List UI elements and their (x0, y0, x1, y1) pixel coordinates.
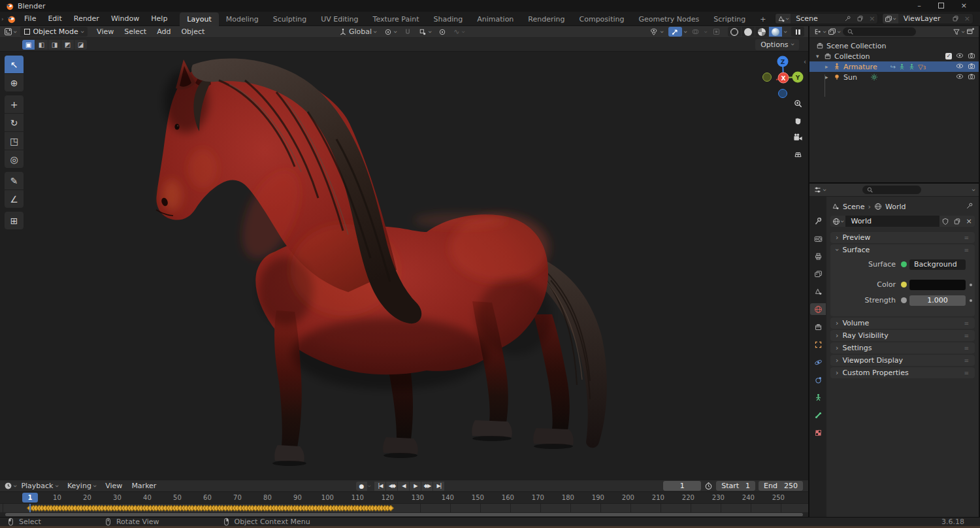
viewport-menu-select[interactable]: Select (119, 27, 152, 36)
pivot-point-selector[interactable]: › (382, 27, 399, 37)
start-frame-field[interactable]: Start 1 (716, 481, 755, 491)
unlink-world-button[interactable]: × (963, 216, 975, 227)
workspace-tab-texture-paint[interactable]: Texture Paint (366, 12, 427, 26)
shading-material-button[interactable] (755, 27, 768, 37)
scene-name[interactable]: Scene (791, 14, 841, 23)
sun-disclosure[interactable]: ▸ (825, 74, 830, 80)
sun-hide-eye-icon[interactable] (956, 73, 964, 82)
properties-tab-data[interactable] (810, 391, 826, 403)
shading-dropdown[interactable]: › (782, 30, 789, 33)
strength-slider[interactable]: 1.000 (909, 295, 966, 306)
collection-hide-eye-icon[interactable] (956, 52, 964, 61)
record-dropdown[interactable]: › (366, 484, 372, 487)
overlays-toggle[interactable] (689, 27, 702, 37)
properties-tab-tool[interactable] (810, 215, 826, 227)
viewlayer-name[interactable]: ViewLayer (898, 14, 949, 23)
playhead-line[interactable] (29, 504, 31, 512)
gizmo-x-axis[interactable]: X (778, 73, 789, 84)
panel-drag-dots[interactable]: ≡ (964, 247, 970, 254)
menu-file[interactable]: File (18, 12, 42, 25)
workspace-tab-geometry-nodes[interactable]: Geometry Nodes (631, 12, 706, 26)
panel-custom-properties[interactable]: ›Custom Properties≡ (830, 367, 975, 378)
xray-toggle[interactable] (710, 27, 723, 37)
tool-move[interactable]: + (5, 95, 24, 113)
timeline-editor-type[interactable]: › (4, 482, 16, 490)
viewport-menu-add[interactable]: Add (152, 27, 176, 36)
select-mode-invert[interactable]: ◩ (61, 40, 74, 50)
show-object-types-selector[interactable]: › (647, 27, 666, 37)
animate-decorator[interactable] (970, 284, 972, 286)
panel-drag-dots[interactable]: ≡ (964, 357, 970, 364)
new-scene-icon[interactable] (854, 15, 866, 22)
end-frame-field[interactable]: End 250 (759, 481, 803, 491)
new-world-button[interactable] (951, 216, 963, 227)
select-mode-set[interactable]: ▣ (22, 40, 35, 50)
menu-render[interactable]: Render (68, 12, 105, 25)
collection-checkbox[interactable]: ✓ (945, 53, 952, 59)
proportional-edit-toggle[interactable] (436, 27, 449, 37)
current-frame-badge[interactable]: 1 (22, 493, 38, 503)
panel-volume[interactable]: ›Volume≡ (830, 318, 975, 329)
proportional-falloff-selector[interactable]: ∿ › (451, 27, 467, 37)
gizmo-y-axis[interactable]: Y (792, 72, 804, 83)
properties-tab-constraints[interactable] (810, 374, 826, 386)
tool-add-cube[interactable]: ⊞ (5, 212, 24, 229)
scene-selector[interactable]: › Scene × (775, 13, 879, 24)
outliner-row-sun[interactable]: ▸ Sun (809, 72, 979, 82)
gizmo-z-axis[interactable]: Z (777, 56, 789, 67)
outliner-search-input[interactable] (843, 27, 916, 36)
close-button[interactable]: × (961, 0, 967, 12)
workspace-tab-animation[interactable]: Animation (470, 12, 521, 26)
viewport-menu-object[interactable]: Object (176, 27, 210, 36)
animate-decorator[interactable] (970, 299, 972, 302)
pan-hand-icon[interactable] (792, 114, 804, 126)
panel-viewport-display[interactable]: ›Viewport Display≡ (830, 355, 975, 366)
prev-keyframe-button[interactable]: ◀◆ (386, 482, 397, 491)
zoom-tool-icon[interactable] (792, 97, 804, 109)
properties-tab-object[interactable] (810, 338, 826, 350)
panel-drag-dots[interactable]: ≡ (964, 345, 970, 352)
scene-browse-icon[interactable]: › (776, 14, 791, 24)
outliner-filter[interactable]: › (953, 28, 964, 36)
select-mode-intersect[interactable]: ◪ (74, 40, 87, 50)
snap-toggle[interactable] (401, 27, 414, 37)
properties-tab-view-layer[interactable] (810, 268, 826, 280)
remove-viewlayer-icon[interactable]: × (962, 14, 973, 23)
properties-tab-bone[interactable] (810, 409, 826, 421)
outliner-display-mode[interactable]: › (828, 27, 840, 36)
properties-options-dropdown[interactable]: › (970, 188, 977, 191)
options-button[interactable]: Options › (755, 39, 799, 50)
gizmo-y-neg-axis[interactable] (762, 73, 772, 82)
timeline-menu-view[interactable]: View (101, 482, 127, 490)
shading-solid-button[interactable] (742, 27, 755, 37)
workspace-tab-layout[interactable]: Layout (180, 12, 218, 26)
panel-surface-header[interactable]: › Surface ≡ (830, 244, 975, 256)
overlays-dropdown[interactable]: › (702, 30, 709, 33)
viewlayer-browse-icon[interactable]: › (883, 14, 898, 24)
perspective-grid-icon[interactable] (792, 148, 804, 160)
armature-render-camera-icon[interactable] (968, 62, 975, 72)
properties-tab-scene[interactable] (810, 286, 826, 297)
timeline-menu-keying[interactable]: Keying› (63, 482, 101, 490)
panel-drag-dots[interactable]: ≡ (964, 235, 970, 241)
workspace-tab-rendering[interactable]: Rendering (521, 12, 572, 26)
unlink-scene-icon[interactable]: × (866, 14, 877, 23)
pause-render-button[interactable] (791, 27, 804, 37)
world-name-field[interactable]: World (845, 216, 939, 227)
collection-disclosure[interactable]: ▾ (816, 53, 821, 59)
select-mode-extend[interactable]: ◧ (35, 40, 48, 50)
workspace-tab-sculpting[interactable]: Sculpting (266, 12, 314, 26)
timeline-keyframe-track[interactable] (0, 504, 808, 512)
timeline-scrollbar-thumb[interactable] (5, 513, 803, 516)
gizmo-z-neg-axis[interactable] (778, 89, 787, 98)
shading-wireframe-button[interactable] (728, 27, 741, 37)
outliner-row-scene-collection[interactable]: Scene Collection (809, 41, 979, 51)
timeline-scrollbar[interactable] (0, 512, 808, 517)
tool-select-box[interactable]: ↖ (5, 56, 24, 73)
tool-rotate[interactable]: ↻ (5, 114, 24, 131)
workspace-tab-compositing[interactable]: Compositing (572, 12, 632, 26)
gizmos-toggle[interactable] (668, 27, 682, 37)
properties-tab-texture[interactable] (810, 427, 826, 438)
panel-settings[interactable]: ›Settings≡ (830, 342, 975, 354)
workspace-tab-modeling[interactable]: Modeling (219, 12, 266, 26)
